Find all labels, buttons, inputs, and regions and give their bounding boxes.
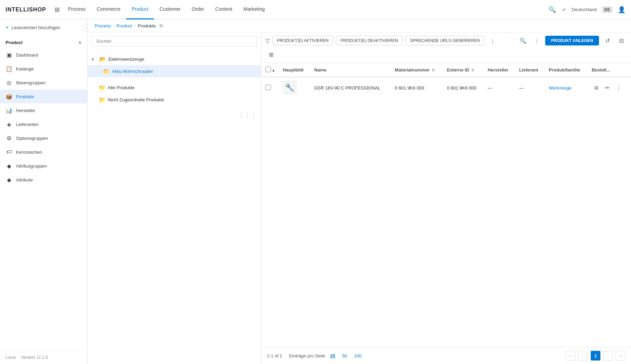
produkte-icon: 📦 — [6, 93, 13, 100]
sidebar-collapse-icon[interactable]: ∧ — [78, 40, 82, 45]
toolbar-view-list-icon[interactable]: ⊟ — [616, 35, 627, 46]
toolbar-view-grid-icon[interactable]: ⊞ — [265, 49, 277, 60]
btn-urls[interactable]: SPRECHENDE URLS GENERIEREN — [405, 36, 484, 45]
sidebar-section-header: Product ∧ — [0, 36, 87, 48]
col-checkbox-dropdown[interactable]: ▾ — [272, 69, 274, 73]
expand-icon-elektrowerkzeuge[interactable]: ▾ — [92, 57, 97, 62]
col-header-externe-id[interactable]: Externe ID ⇅ — [443, 63, 483, 77]
btn-aktivieren[interactable]: PRODUKT(E) AKTIVIEREN — [272, 36, 333, 45]
tree-search-input[interactable] — [92, 36, 257, 46]
row-copy-button[interactable]: ⧉ — [592, 83, 601, 93]
content-area: ▾ 📂 Elektrowerkzeuge 📁 Akku-Bohrschraube… — [88, 32, 631, 364]
row-more-button[interactable]: ⋮ — [614, 83, 624, 93]
nav-items: Process Commerce Product Customer Order … — [63, 0, 548, 19]
col-header-lieferant: Lieferant — [515, 63, 544, 77]
tree-node-akku-bohrschrauber[interactable]: 📁 Akku-Bohrschrauber — [88, 65, 261, 77]
tree-label-elektrowerkzeuge: Elektrowerkzeuge — [108, 57, 144, 62]
btn-deaktivieren[interactable]: PRODUKT(E) DEAKTIVIEREN — [336, 36, 403, 45]
breadcrumb-product[interactable]: Product — [116, 23, 132, 28]
logo: INTELLISHOP — [6, 7, 46, 13]
sidebar-item-attribute[interactable]: ◆ Attribute — [0, 173, 87, 187]
page-next-button[interactable]: › — [603, 351, 613, 361]
locale-selector[interactable]: Deutschland — [572, 7, 597, 12]
sidebar-item-warengruppen[interactable]: ◎ Warengruppen — [0, 76, 87, 90]
tree-node-nicht-zugeordnete[interactable]: 📁 Nicht Zugeordnete Produkte — [88, 94, 261, 106]
col-header-hersteller: Hersteller — [483, 63, 515, 77]
select-all-checkbox[interactable] — [265, 67, 271, 72]
nav-marketing[interactable]: Marketing — [238, 0, 270, 19]
tree-node-elektrowerkzeuge[interactable]: ▾ 📂 Elektrowerkzeuge — [88, 53, 261, 65]
sidebar-label-attributgruppen: Attributgruppen — [16, 163, 47, 169]
toolbar-more-icon-2[interactable]: ⋮ — [531, 35, 542, 46]
optionsgruppen-icon: ⚙ — [6, 135, 13, 142]
tree-dots[interactable]: ⋮⋮⋮ — [88, 109, 261, 122]
user-icon[interactable]: 👤 — [618, 6, 625, 14]
sort-materialnummer-icon: ⇅ — [432, 68, 435, 72]
row-produktfamilie-cell: Werkzeuge — [544, 77, 587, 99]
row-checkbox[interactable] — [265, 85, 271, 90]
sidebar-item-hersteller[interactable]: 📊 Hersteller — [0, 103, 87, 117]
footer-locale: Local — [6, 355, 16, 360]
row-checkbox-cell — [261, 77, 279, 99]
filter-icon[interactable]: ▽ — [265, 37, 270, 44]
bookmark-label: Lesezeichen hinzufügen — [11, 25, 60, 30]
col-header-materialnummer[interactable]: Materialnummer ⇅ — [391, 63, 443, 77]
dashboard-icon: ▣ — [6, 51, 13, 58]
sidebar-item-dashboard[interactable]: ▣ Dashboard — [0, 48, 87, 62]
products-table-element: ▾ Hauptbild Name Materialnummer ⇅ Extern… — [261, 63, 631, 99]
breadcrumb-process[interactable]: Process — [95, 23, 111, 28]
page-prev-button[interactable]: ‹ — [578, 351, 588, 361]
nav-customer[interactable]: Customer — [154, 0, 186, 19]
row-edit-button[interactable]: ✏ — [603, 83, 613, 93]
lang-badge[interactable]: DE — [602, 7, 612, 13]
sidebar-item-kennzeichen[interactable]: 🏷 Kennzeichen — [0, 145, 87, 159]
col-header-produktfamilie: Produktfamilie — [544, 63, 587, 77]
tree-node-alle-produkte[interactable]: 📁 Alle Produkte — [88, 82, 261, 94]
folder-icon-nicht: 📁 — [99, 96, 106, 103]
page-last-button[interactable]: » — [616, 351, 625, 361]
tree-label-nicht-zugeordnete: Nicht Zugeordnete Produkte — [108, 97, 164, 102]
share-icon[interactable]: ⤶ — [562, 6, 566, 13]
nav-commerce[interactable]: Commerce — [91, 0, 126, 19]
sidebar-label-kennzeichen: Kennzeichen — [16, 150, 42, 155]
sidebar-item-attributgruppen[interactable]: ◆ Attributgruppen — [0, 159, 87, 173]
row-actions-cell: ⧉ ✏ ⋮ — [588, 77, 631, 99]
toolbar-refresh-icon[interactable]: ↺ — [602, 35, 613, 46]
product-produktfamilie-link[interactable]: Werkzeuge — [549, 85, 572, 91]
nav-order[interactable]: Order — [186, 0, 210, 19]
sidebar-item-optionsgruppen[interactable]: ⚙ Optionsgruppen — [0, 131, 87, 145]
row-actions: ⧉ ✏ ⋮ — [592, 83, 627, 93]
product-materialnummer: 0 601 9K6 000 — [395, 85, 424, 91]
nav-process[interactable]: Process — [63, 0, 91, 19]
toolbar-more-icon-1[interactable]: ⋮ — [487, 35, 498, 46]
folder-icon-akku: 📁 — [103, 68, 110, 75]
sidebar-item-produkte[interactable]: 📦 Produkte — [0, 90, 87, 103]
toolbar-search-icon[interactable]: 🔍 — [517, 35, 528, 46]
nav-content[interactable]: Content — [210, 0, 238, 19]
product-panel: ▽ PRODUKT(E) AKTIVIEREN PRODUKT(E) DEAKT… — [261, 32, 631, 364]
per-page-100[interactable]: 100 — [352, 353, 364, 359]
page-first-button[interactable]: « — [566, 351, 575, 361]
sidebar-item-lieferanten[interactable]: ◈ Lieferanten — [0, 117, 87, 131]
per-page-25[interactable]: 25 — [328, 353, 337, 359]
btn-anlegen[interactable]: PRODUKT ANLEGEN — [545, 36, 599, 45]
attributgruppen-icon: ◆ — [6, 162, 13, 169]
apps-icon[interactable]: ⊞ — [55, 6, 60, 14]
sidebar-bookmark[interactable]: + Lesezeichen hinzufügen — [0, 19, 87, 36]
sidebar-footer: Local Version 12.1.0 — [0, 350, 87, 364]
nav-product[interactable]: Product — [126, 0, 154, 19]
product-thumbnail: 🔧 — [283, 81, 297, 95]
sidebar-item-kataloge[interactable]: 📋 Kataloge — [0, 62, 87, 76]
tree-label-alle-produkte: Alle Produkte — [108, 85, 134, 90]
kennzeichen-icon: 🏷 — [6, 149, 13, 155]
pagination: 1-1 of 1 Einträge pro Seite 25 50 100 « … — [261, 347, 631, 364]
kataloge-icon: 📋 — [6, 65, 13, 72]
row-image-cell: 🔧 — [279, 77, 310, 99]
tree-toolbar — [88, 32, 261, 50]
breadcrumb-copy-icon[interactable]: ⧉ — [159, 23, 163, 28]
table-header: ▾ Hauptbild Name Materialnummer ⇅ Extern… — [261, 63, 631, 77]
pagination-info: 1-1 of 1 — [267, 353, 282, 358]
search-nav-icon[interactable]: 🔍 — [548, 6, 556, 14]
per-page-50[interactable]: 50 — [340, 353, 349, 359]
page-current: 1 — [591, 351, 600, 361]
